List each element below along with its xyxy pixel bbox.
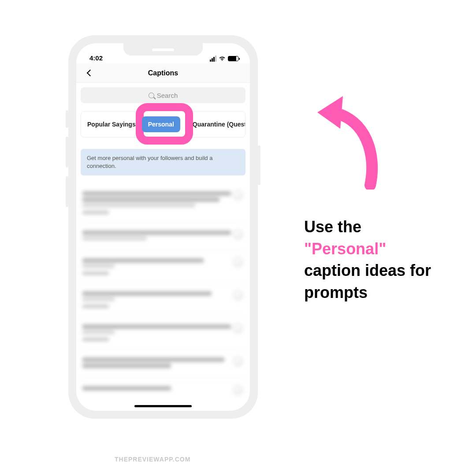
list-item[interactable] [81, 223, 245, 250]
check-icon [233, 357, 243, 366]
phone-side-button [258, 145, 260, 185]
chevron-left-icon [86, 70, 93, 77]
phone-side-button [66, 176, 68, 207]
content-area: Search Popular Sayings Personal Quaranti… [76, 83, 250, 411]
nav-bar: Captions [76, 63, 250, 83]
phone-side-button [66, 110, 68, 128]
category-tabs: Popular Sayings Personal Quarantine (Que… [81, 111, 245, 138]
check-icon [233, 230, 243, 239]
annotation-text: Use the "Personal" caption ideas for pro… [304, 216, 454, 304]
check-icon [233, 385, 243, 395]
page-title: Captions [148, 69, 178, 77]
search-placeholder: Search [157, 92, 178, 99]
list-item[interactable] [81, 350, 245, 378]
list-item[interactable] [81, 183, 245, 223]
back-button[interactable] [83, 67, 97, 80]
watermark: THEPREVIEWAPP.COM [115, 456, 190, 463]
annotation-line3: caption ideas for prompts [304, 261, 431, 301]
search-input[interactable]: Search [81, 87, 245, 103]
phone-side-button [66, 137, 68, 167]
list-item[interactable] [81, 250, 245, 283]
category-description: Get more personal with your followers an… [81, 149, 245, 175]
status-time: 4:02 [89, 54, 103, 62]
status-icons [210, 56, 238, 62]
home-indicator [134, 405, 192, 407]
annotation-accent: "Personal" [304, 240, 386, 258]
check-icon [233, 290, 243, 300]
list-item[interactable] [81, 378, 245, 400]
annotation-line1: Use the [304, 218, 361, 236]
check-icon [233, 190, 243, 200]
check-icon [233, 257, 243, 267]
list-item[interactable] [81, 283, 245, 316]
check-icon [233, 324, 243, 333]
battery-icon [228, 56, 238, 61]
search-icon [149, 93, 154, 98]
wifi-icon [219, 56, 226, 61]
tab-popular-sayings[interactable]: Popular Sayings [81, 121, 142, 128]
caption-list-blurred [81, 183, 245, 400]
phone-notch [123, 43, 203, 56]
tab-personal[interactable]: Personal [142, 116, 180, 132]
annotation-arrow-icon [309, 88, 388, 190]
phone-frame: 4:02 Captions Search Popular Sayings [68, 35, 258, 419]
signal-icon [210, 56, 216, 62]
tab-quarantine[interactable]: Quarantine (Questions) [186, 121, 245, 128]
phone-screen: 4:02 Captions Search Popular Sayings [76, 43, 250, 411]
list-item[interactable] [81, 316, 245, 350]
